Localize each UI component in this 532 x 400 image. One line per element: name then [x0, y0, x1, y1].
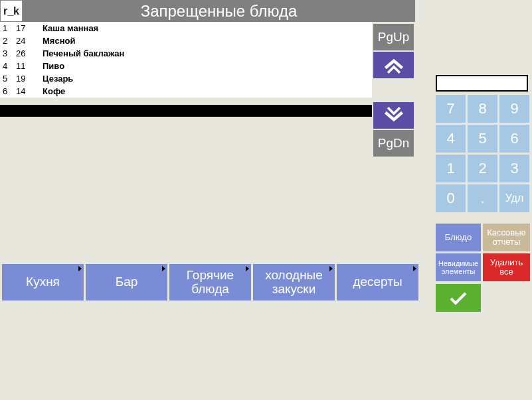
row-name: Каша манная — [43, 23, 98, 33]
category-row: КухняБарГорячие блюдахолодные закускидес… — [2, 264, 418, 300]
key-0[interactable]: 0 — [436, 184, 466, 212]
hidden-elements-button[interactable]: Невидимые элементы — [436, 253, 481, 281]
numeric-display[interactable] — [436, 75, 528, 92]
row-index: 3 — [0, 48, 16, 58]
keypad: 7894561230.Удл — [436, 95, 529, 212]
row-code: 14 — [16, 86, 43, 96]
scroll-down-button[interactable] — [373, 102, 414, 129]
logo: r_k — [0, 0, 23, 22]
category-button[interactable]: Бар — [86, 264, 167, 300]
list-item[interactable]: 411Пиво — [0, 60, 372, 72]
list-item[interactable]: 224Мясной — [0, 34, 372, 47]
selection-bar — [0, 105, 372, 117]
delete-all-button[interactable]: Удалить все — [483, 253, 530, 281]
row-name: Пиво — [43, 61, 64, 71]
dish-button[interactable]: Блюдо — [436, 224, 481, 251]
list-item[interactable]: 519Цезарь — [0, 72, 372, 85]
key-Удл[interactable]: Удл — [499, 184, 529, 212]
row-index: 1 — [0, 23, 16, 33]
category-button[interactable]: Горячие блюда — [169, 264, 251, 300]
list-item[interactable]: 614Кофе — [0, 85, 372, 98]
header: r_k Запрещенные блюда — [0, 0, 415, 22]
chevron-down-icon — [382, 105, 406, 125]
cash-reports-button[interactable]: Кассовые отчеты — [483, 224, 530, 251]
row-name: Мясной — [43, 36, 75, 46]
row-name: Кофе — [43, 86, 65, 96]
row-index: 2 — [0, 36, 16, 46]
page-up-button[interactable]: PgUp — [373, 24, 414, 50]
key-4[interactable]: 4 — [436, 125, 466, 153]
key-2[interactable]: 2 — [468, 155, 497, 182]
key-9[interactable]: 9 — [499, 95, 529, 123]
row-index: 5 — [0, 74, 16, 84]
row-index: 4 — [0, 61, 16, 71]
key-5[interactable]: 5 — [468, 125, 497, 153]
page-down-button[interactable]: PgDn — [373, 130, 414, 157]
chevron-up-icon — [382, 55, 406, 75]
row-name: Цезарь — [43, 74, 73, 84]
row-name: Печеный баклажан — [43, 48, 124, 58]
check-icon — [449, 291, 468, 305]
list-item[interactable]: 326Печеный баклажан — [0, 47, 372, 60]
list-item[interactable]: 117Каша манная — [0, 22, 372, 34]
page-title: Запрещенные блюда — [23, 2, 415, 21]
key-.[interactable]: . — [468, 184, 497, 212]
row-code: 17 — [16, 23, 43, 33]
key-3[interactable]: 3 — [499, 155, 529, 182]
key-7[interactable]: 7 — [436, 95, 466, 123]
key-6[interactable]: 6 — [499, 125, 529, 153]
actions: Блюдо Кассовые отчеты Невидимые элементы… — [436, 224, 530, 281]
category-button[interactable]: холодные закуски — [253, 264, 335, 300]
key-8[interactable]: 8 — [468, 95, 497, 123]
dish-list: 117Каша манная224Мясной326Печеный баклаж… — [0, 22, 372, 98]
row-code: 11 — [16, 61, 43, 71]
confirm-button[interactable] — [436, 284, 481, 312]
row-code: 24 — [16, 36, 43, 46]
row-index: 6 — [0, 86, 16, 96]
category-button[interactable]: десерты — [337, 264, 418, 300]
row-code: 26 — [16, 48, 43, 58]
row-code: 19 — [16, 74, 43, 84]
key-1[interactable]: 1 — [436, 155, 466, 182]
scroll-up-button[interactable] — [373, 52, 414, 78]
category-button[interactable]: Кухня — [2, 264, 84, 300]
